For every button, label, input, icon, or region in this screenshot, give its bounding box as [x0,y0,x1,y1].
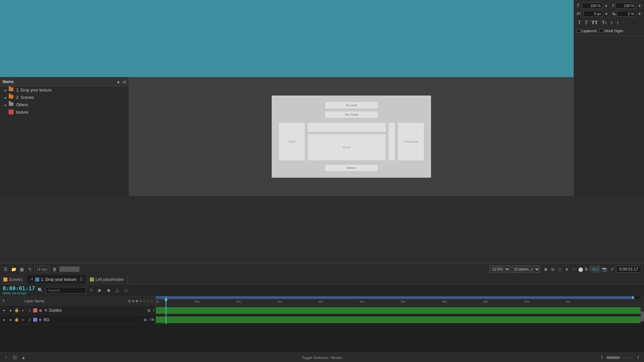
ligatures-checkbox-item[interactable]: Ligatures [577,29,597,33]
transparency-icon[interactable]: ■ [564,266,570,272]
zoom-out-timeline[interactable]: ⇧ [598,354,605,361]
effects-icon[interactable]: ◇ [123,287,129,294]
project-item-drop-texture[interactable]: ► 1. Drop your texture [0,86,129,94]
text-style-bold[interactable]: TT [590,19,599,26]
add-marker-icon[interactable]: ◆ [105,287,112,294]
flowchart-icon[interactable]: ▦ [19,266,25,272]
ruler-45s: 45s [524,300,529,303]
panel-network-icon[interactable]: ⚏ [122,79,126,84]
text-style-subscript[interactable]: T [615,20,620,25]
ui-mockup: Top level Top Panel Panel Preset [275,99,428,174]
project-item-scenes[interactable]: ► 2. Scenes [0,94,129,101]
tab-scene1[interactable]: Scene1 [0,275,26,284]
mock-panels-row: Panel Preset Front panel [278,122,424,161]
fps-label: 00041 (24.00 fps) [3,292,35,295]
safe-zones-icon[interactable]: ▢ [557,266,563,272]
kerning-value[interactable]: 0 px [584,11,603,17]
parent-link-bg[interactable]: ▦ [143,317,147,322]
new-comp-icon[interactable]: ☰ [3,266,9,272]
project-item-texture[interactable]: ► texture [0,109,129,116]
mock-panel-center-label: Preset [343,146,351,149]
graph-editor-icon[interactable]: ▲ [20,354,27,361]
tab-left-placeholder[interactable]: Left placeholder [87,275,128,284]
project-panel: Name ▲ ⚏ ► 1. Drop your texture ► 2. Sce… [0,77,129,196]
tab-drop-texture[interactable]: ✕ 1. Drop your texture ☰ [26,275,87,284]
color-wheel-icon[interactable]: ⬤ [578,267,583,272]
timeline-scrollbar-thumb[interactable] [641,311,644,321]
baseline-value[interactable]: 0 % [617,11,636,17]
timeline-zoom-slider[interactable] [606,356,633,359]
properties-icon[interactable]: ⚫ [11,354,18,361]
tab-drop-texture-close[interactable]: ✕ [31,277,34,282]
tracking-dropdown[interactable]: ▼ [638,4,641,8]
baseline-dropdown[interactable]: ▼ [638,12,641,16]
time-display: 0:00:01:17 [616,266,641,273]
layer-row-guides: ● ◆ 🔒 ► 1 ◆ ☢ Guides ▦ / [0,306,156,315]
folder-icon[interactable]: 📁 [11,266,17,272]
expand-bg[interactable]: ► [20,318,26,321]
coords-display: +0,0 [590,266,600,272]
refresh-icon[interactable]: ↻ [585,267,588,272]
motion-blur-icon[interactable]: △ [114,287,121,294]
solo-guides[interactable]: ◆ [8,308,13,313]
project-item-label-texture: texture [16,110,29,115]
ruler-0: 0:00 [156,300,159,303]
zoom-in-timeline[interactable]: ⇧ [635,354,641,361]
track-bar-guides[interactable] [156,307,641,314]
view-mode-select[interactable]: (Custom...) [512,265,540,273]
folder-icon-drop-texture [9,87,14,93]
composition-preview: Top level Top Panel Panel Preset [129,77,574,196]
mock-panel-center: Preset [307,122,386,161]
hindi-digits-checkbox-item[interactable]: Hindi Digits [599,29,623,33]
screenshot-icon[interactable]: 📷 [601,266,607,272]
layer-column-header: # Layer Name ▤ ■ ◆ ● ♫ ○ ◇ [0,296,156,305]
font-size-dropdown[interactable]: ▼ [604,4,608,8]
timecode-value[interactable]: 0:00:01:17 [3,285,35,292]
playhead-tracks[interactable] [166,306,166,324]
layer-header-icons: ▤ ■ ◆ ● ♫ ○ ◇ [128,299,153,303]
lock2-icon: ◇ [150,299,153,303]
parent-link-guides[interactable]: ▦ [147,308,151,313]
text-style-superscript[interactable]: T [609,20,614,25]
track-bar-bg[interactable] [156,316,641,323]
kerning-dropdown[interactable]: ▼ [605,12,608,16]
pen-icon[interactable]: ✎ [27,266,33,272]
visibility-bg[interactable]: ● [1,317,7,322]
font-size-value[interactable]: 100 % [582,3,602,9]
kerning-icon: Aᵃ [577,11,581,16]
work-area-handle[interactable] [632,296,634,299]
tab-scene1-label: Scene1 [9,277,23,282]
project-item-others[interactable]: ► Others [0,101,129,109]
tracking-value[interactable]: 100 % [615,3,636,9]
ligatures-checkbox[interactable] [577,29,581,33]
3d-icon[interactable]: □ [571,266,577,272]
expand-guides[interactable]: ► [20,309,26,312]
text-style-regular[interactable]: T [577,19,582,26]
search-icon[interactable]: 🔍 [37,287,44,294]
grid-view-icon[interactable]: ▤ [550,266,556,272]
share-icon[interactable]: ↗ [609,266,615,272]
hindi-digits-label: Hindi Digits [604,29,623,33]
zoom-select[interactable]: 12.5% 25% 50% 100% [489,265,510,273]
timeline-search[interactable] [46,287,86,294]
solo-bg[interactable]: ◆ [8,317,13,322]
playhead-ruler[interactable] [166,296,166,305]
panel-sort-icon[interactable]: ▲ [116,79,120,84]
trash-icon[interactable]: 🗑 [51,266,57,272]
visibility-guides[interactable]: ● [1,308,7,313]
frame-forward-icon[interactable]: ▶ [97,287,103,294]
text-style-italic[interactable]: T [584,19,589,26]
text-style-small-caps[interactable]: Tt [600,19,608,26]
mock-panel-right-label: Front panel [404,140,418,143]
timeline-vertical-scrollbar[interactable] [641,306,644,315]
lock-bg[interactable]: 🔒 [14,317,19,322]
preview-canvas: Top level Top Panel Panel Preset [272,96,431,178]
lock-guides[interactable]: 🔒 [14,308,19,313]
fit-view-icon[interactable]: ▣ [543,266,549,272]
hindi-digits-checkbox[interactable] [599,29,603,33]
solo-icon[interactable]: ◊ [88,287,95,294]
toggle-switches-label[interactable]: Toggle Switches / Modes [302,356,342,360]
tab-drop-texture-color [35,278,39,282]
tab-menu-icon[interactable]: ☰ [79,277,83,282]
add-layer-icon[interactable]: ♮ [3,354,9,361]
